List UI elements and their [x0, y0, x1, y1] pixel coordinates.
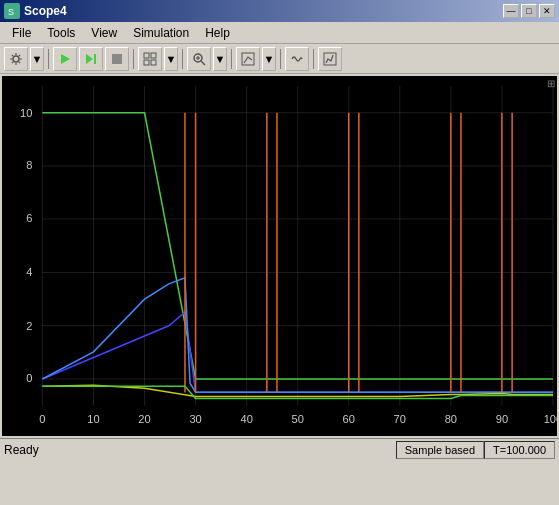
svg-text:0: 0 — [39, 413, 45, 425]
maximize-icon[interactable]: ⊞ — [547, 78, 555, 89]
svg-text:80: 80 — [445, 413, 457, 425]
plot-container: ⊞ — [2, 76, 557, 436]
menu-help[interactable]: Help — [197, 24, 238, 42]
settings-dropdown[interactable]: ▼ — [30, 47, 44, 71]
svg-text:8: 8 — [26, 159, 32, 171]
svg-rect-15 — [242, 53, 254, 65]
signal-button[interactable] — [285, 47, 309, 71]
svg-text:50: 50 — [292, 413, 304, 425]
svg-rect-16 — [324, 53, 336, 65]
sep4 — [231, 49, 232, 69]
svg-text:100: 100 — [544, 413, 557, 425]
app-icon: S — [4, 3, 20, 19]
minimize-button[interactable]: — — [503, 4, 519, 18]
close-button[interactable]: ✕ — [539, 4, 555, 18]
svg-text:60: 60 — [343, 413, 355, 425]
svg-text:S: S — [8, 7, 14, 17]
window-title: Scope4 — [24, 4, 67, 18]
scale-dropdown[interactable]: ▼ — [262, 47, 276, 71]
svg-rect-9 — [144, 60, 149, 65]
svg-point-2 — [13, 56, 19, 62]
chart-svg: 0 2 4 6 8 10 — [2, 76, 557, 436]
sample-based-badge: Sample based — [396, 441, 484, 459]
svg-text:6: 6 — [26, 212, 32, 224]
menu-file[interactable]: File — [4, 24, 39, 42]
t-value-badge: T=100.000 — [484, 441, 555, 459]
title-bar: S Scope4 — □ ✕ — [0, 0, 559, 22]
svg-text:70: 70 — [394, 413, 406, 425]
sep1 — [48, 49, 49, 69]
svg-text:40: 40 — [240, 413, 252, 425]
svg-text:2: 2 — [26, 320, 32, 332]
svg-rect-10 — [151, 60, 156, 65]
maximize-button[interactable]: □ — [521, 4, 537, 18]
sep3 — [182, 49, 183, 69]
svg-text:20: 20 — [138, 413, 150, 425]
svg-text:0: 0 — [26, 372, 32, 384]
status-right: Sample based T=100.000 — [396, 441, 555, 459]
zoom-button[interactable] — [187, 47, 211, 71]
cursor-button[interactable] — [318, 47, 342, 71]
svg-text:90: 90 — [496, 413, 508, 425]
window-controls[interactable]: — □ ✕ — [503, 4, 555, 18]
settings-button[interactable] — [4, 47, 28, 71]
zoom-dropdown[interactable]: ▼ — [213, 47, 227, 71]
layout-dropdown[interactable]: ▼ — [164, 47, 178, 71]
sep2 — [133, 49, 134, 69]
run-button[interactable] — [53, 47, 77, 71]
svg-line-12 — [201, 61, 205, 65]
sep6 — [313, 49, 314, 69]
menu-bar: File Tools View Simulation Help — [0, 22, 559, 44]
svg-text:10: 10 — [87, 413, 99, 425]
status-ready: Ready — [4, 443, 39, 457]
scale-button[interactable] — [236, 47, 260, 71]
svg-rect-5 — [94, 54, 96, 64]
sep5 — [280, 49, 281, 69]
toolbar: ▼ ▼ ▼ — [0, 44, 559, 74]
svg-rect-7 — [144, 53, 149, 58]
svg-rect-17 — [2, 76, 557, 436]
stop-button[interactable] — [105, 47, 129, 71]
svg-marker-4 — [86, 54, 93, 64]
menu-view[interactable]: View — [83, 24, 125, 42]
layout-button[interactable] — [138, 47, 162, 71]
menu-tools[interactable]: Tools — [39, 24, 83, 42]
svg-rect-8 — [151, 53, 156, 58]
title-bar-left: S Scope4 — [4, 3, 67, 19]
svg-text:30: 30 — [189, 413, 201, 425]
svg-text:4: 4 — [26, 266, 32, 278]
svg-marker-3 — [61, 54, 70, 64]
svg-text:10: 10 — [20, 107, 32, 119]
step-button[interactable] — [79, 47, 103, 71]
status-bar: Ready Sample based T=100.000 — [0, 438, 559, 460]
menu-simulation[interactable]: Simulation — [125, 24, 197, 42]
svg-rect-6 — [112, 54, 122, 64]
